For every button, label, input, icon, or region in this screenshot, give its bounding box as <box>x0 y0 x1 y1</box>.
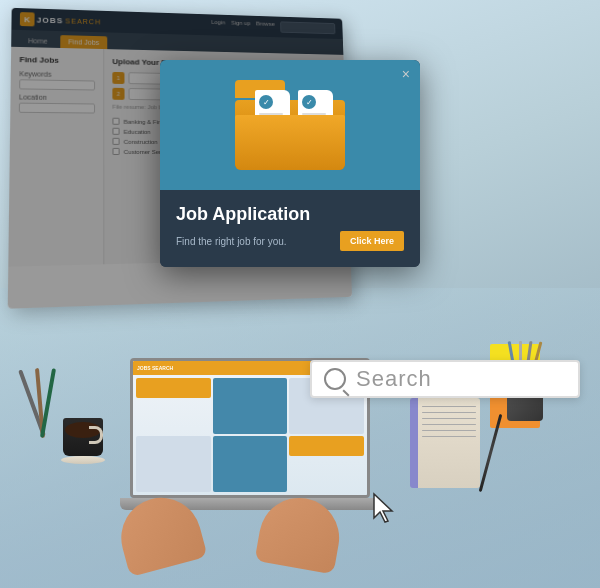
notebook-lines <box>418 398 480 445</box>
hands <box>90 448 370 568</box>
cup-saucer <box>61 456 105 464</box>
folder-front <box>235 115 345 170</box>
job-application-modal: × ✓ ✓ <box>160 60 420 267</box>
modal-cta-button[interactable]: Click Here <box>340 231 404 251</box>
svg-marker-0 <box>374 494 392 522</box>
modal-icon-area: ✓ ✓ <box>160 60 420 190</box>
laptop-content-block <box>136 378 211 398</box>
folder-icon: ✓ ✓ <box>235 80 345 170</box>
pencil-3 <box>40 368 56 438</box>
notebook-line <box>422 424 476 425</box>
search-icon <box>324 368 346 390</box>
search-input-placeholder: Search <box>356 366 432 392</box>
notebook-line <box>422 418 476 419</box>
modal-description: Find the right job for you. <box>176 236 287 247</box>
notebook-line <box>422 412 476 413</box>
modal-close-button[interactable]: × <box>402 66 410 82</box>
hand-left <box>112 489 207 577</box>
cursor-pointer <box>370 492 398 520</box>
hand-right <box>255 492 346 575</box>
doc-check-1: ✓ <box>259 95 273 109</box>
laptop-screen-label: JOBS SEARCH <box>137 365 173 371</box>
coffee-cup <box>60 418 105 468</box>
notebook-line <box>422 406 476 407</box>
search-bar[interactable]: Search <box>310 360 580 398</box>
modal-body: Job Application Find the right job for y… <box>160 190 420 267</box>
laptop-content-block <box>213 378 288 434</box>
modal-title: Job Application <box>176 204 404 225</box>
cup-body <box>63 418 103 456</box>
search-bar-container: Search <box>310 360 580 398</box>
pencils <box>30 368 60 448</box>
cup-handle <box>89 426 103 444</box>
doc-check-2: ✓ <box>302 95 316 109</box>
notebook <box>410 398 480 488</box>
modal-footer: Find the right job for you. Click Here <box>176 231 404 251</box>
notebook-line <box>422 430 476 431</box>
notebook-line <box>422 436 476 437</box>
